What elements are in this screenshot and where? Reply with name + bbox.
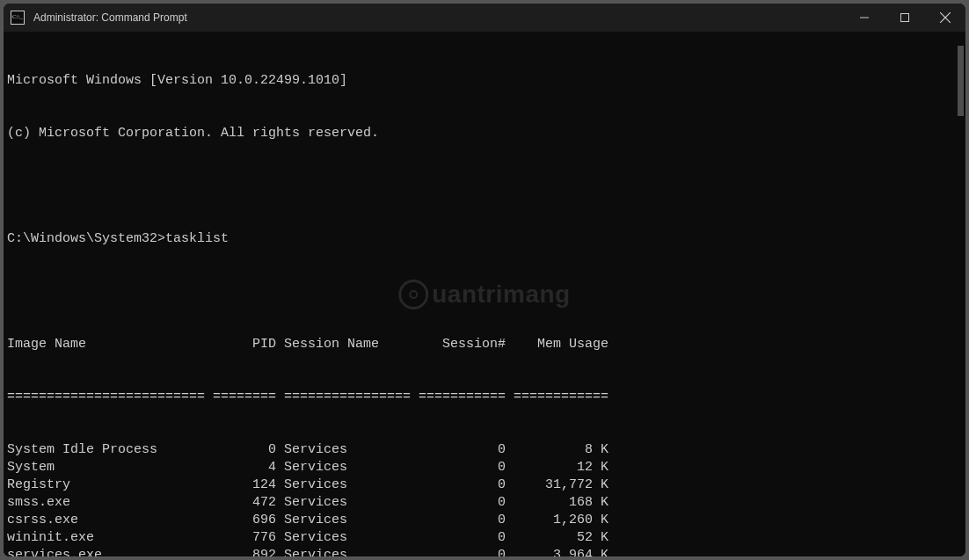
close-button[interactable] bbox=[925, 4, 965, 32]
cmd-icon: C:\_ bbox=[11, 11, 25, 25]
command-prompt-window: C:\_ Administrator: Command Prompt Micro… bbox=[3, 3, 966, 557]
window-title: Administrator: Command Prompt bbox=[32, 11, 187, 24]
prompt-path: C:\Windows\System32> bbox=[7, 231, 165, 246]
table-row: wininit.exe 776 Services 0 52 K bbox=[7, 529, 958, 547]
scrollbar-thumb[interactable] bbox=[958, 46, 964, 116]
table-row: Registry 124 Services 0 31,772 K bbox=[7, 476, 958, 494]
close-icon bbox=[940, 12, 951, 23]
maximize-icon bbox=[900, 13, 909, 22]
banner-line: Microsoft Windows [Version 10.0.22499.10… bbox=[7, 72, 958, 90]
minimize-icon bbox=[860, 13, 869, 22]
table-row: services.exe 892 Services 0 3,964 K bbox=[7, 547, 958, 556]
maximize-button[interactable] bbox=[885, 4, 925, 32]
terminal-output[interactable]: Microsoft Windows [Version 10.0.22499.10… bbox=[4, 32, 965, 556]
table-row: System Idle Process 0 Services 0 8 K bbox=[7, 441, 958, 459]
minimize-button[interactable] bbox=[844, 4, 885, 32]
prompt-command: tasklist bbox=[165, 231, 229, 246]
titlebar[interactable]: C:\_ Administrator: Command Prompt bbox=[4, 4, 965, 32]
svg-text:C:\_: C:\_ bbox=[12, 13, 24, 20]
table-header: Image Name PID Session Name Session# Mem… bbox=[7, 336, 958, 353]
table-row: csrss.exe 696 Services 0 1,260 K bbox=[7, 512, 958, 529]
banner-line: (c) Microsoft Corporation. All rights re… bbox=[7, 125, 958, 142]
table-row: smss.exe 472 Services 0 168 K bbox=[7, 494, 958, 512]
table-row: System 4 Services 0 12 K bbox=[7, 459, 958, 476]
prompt-line: C:\Windows\System32>tasklist bbox=[7, 230, 958, 248]
table-separator: ========================= ======== =====… bbox=[7, 389, 958, 406]
blank-line bbox=[7, 283, 958, 301]
svg-rect-3 bbox=[901, 14, 909, 22]
blank-line bbox=[7, 178, 958, 195]
